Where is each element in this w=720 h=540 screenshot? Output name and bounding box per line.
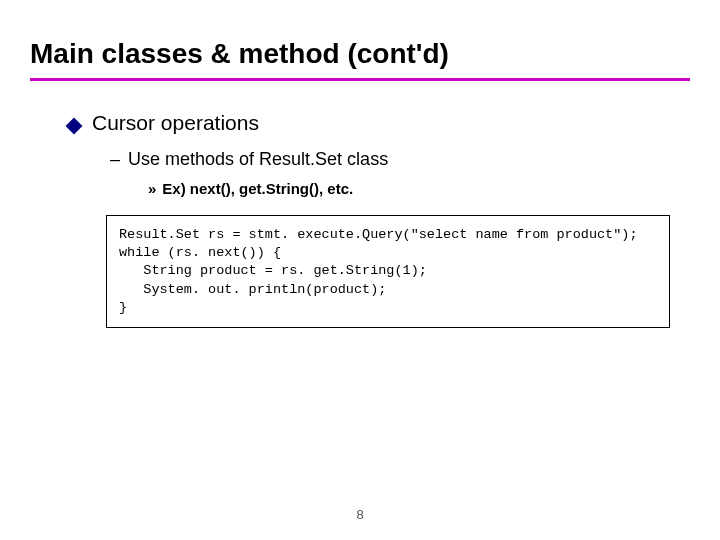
bullet2-text: Use methods of Result.Set class <box>128 149 388 170</box>
content-area: Cursor operations – Use methods of Resul… <box>30 111 690 328</box>
diamond-icon <box>66 118 83 135</box>
slide: Main classes & method (cont'd) Cursor op… <box>0 0 720 328</box>
page-title: Main classes & method (cont'd) <box>30 38 690 76</box>
bullet-level-2: – Use methods of Result.Set class <box>68 149 690 170</box>
bullet1-text: Cursor operations <box>92 111 259 135</box>
dash-icon: – <box>110 149 120 170</box>
bullet-level-3: » Ex) next(), get.String(), etc. <box>68 180 690 197</box>
chevron-icon: » <box>148 180 156 197</box>
page-number: 8 <box>0 507 720 522</box>
bullet-level-1: Cursor operations <box>68 111 690 135</box>
code-block: Result.Set rs = stmt. execute.Query("sel… <box>106 215 670 328</box>
bullet3-text: Ex) next(), get.String(), etc. <box>162 180 353 197</box>
title-underline <box>30 78 690 81</box>
